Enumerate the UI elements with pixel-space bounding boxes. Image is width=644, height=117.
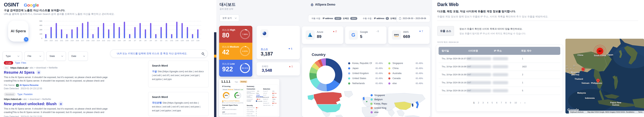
terms-link[interactable]: Terms [638, 111, 642, 113]
ip-scoring-title: IP Scoring [222, 85, 230, 87]
page-button-10[interactable]: 10 [514, 101, 517, 104]
domain-delta: 1 [289, 65, 293, 68]
page-nav-button[interactable]: › [520, 101, 521, 104]
screenshot-stage: OSINT Google 구글 검색엔진에 노출된 자산 리스트를 보여줍니다.… [0, 0, 644, 117]
page-button-9[interactable]: 9 [510, 101, 511, 104]
chart-bar [182, 23, 183, 38]
panel-divider [214, 32, 216, 117]
brand-header: AISpera Demo [310, 3, 335, 6]
triangle-down-icon [288, 48, 290, 49]
page-nav-button[interactable]: » [524, 101, 526, 104]
date-range-picker[interactable]: 2023-08-30 ~ 2023-09-06 [396, 15, 430, 22]
host-link[interactable]: 호스트 [261, 47, 268, 51]
darkweb-panel: Dark Web 다크웹, 해킹 포럼, 악성 사이트에 유출된 계정 정보를 … [432, 0, 644, 117]
chevron-down-icon [83, 55, 85, 57]
table-row[interactable]: Thu, 18 Apr 2024 09:16:39 GMT 2 [438, 71, 560, 79]
country-count-item: 6 Singapore [368, 94, 387, 97]
filter-dropdown-type[interactable]: Type [2, 51, 22, 61]
legend-item: Australia65.49% [388, 72, 423, 75]
table-row[interactable]: Thu, 18 Apr 2024 09:16:37 GMT 1 [438, 55, 560, 63]
x-tick-label: 2/5 [144, 40, 146, 42]
table-row[interactable]: Thu, 18 Apr 2024 09:16:14 GMT 5 [438, 87, 560, 95]
copy-icon[interactable]: ▤ [58, 101, 63, 106]
filter-dropdown-date[interactable]: Date [68, 51, 88, 61]
result-title-link[interactable]: Resume AI Spera▤ [4, 70, 41, 75]
x-tick-label: 2/1 [166, 40, 168, 42]
legend-item: Japan65.49% [348, 67, 383, 70]
blurred-site-name [467, 89, 491, 92]
aws-icon: aws [394, 33, 399, 37]
x-tick-label: 2/8 [129, 40, 131, 42]
keyboard-shortcuts-link[interactable]: Keyboard shortcuts [570, 111, 584, 113]
pencil-icon[interactable]: ✎ [24, 37, 28, 42]
x-tick-label: 2/15 [92, 40, 94, 42]
cloud-card-azure: Azure 892 [302, 27, 343, 44]
chart-bar [171, 34, 172, 38]
cloud-card-google: G Google 5- 0 [345, 27, 386, 44]
google-logo: Google [24, 3, 39, 8]
x-tick-label: 1/30 [176, 40, 178, 42]
leak-source-button[interactable]: 유출 소스 [437, 26, 454, 36]
x-tick-label: 2/19 [70, 40, 74, 42]
connection-title: Connection [247, 88, 255, 90]
country-count-item: 6 else [368, 111, 387, 114]
summary-row: Special Issue0 [263, 104, 280, 106]
page-button-7[interactable]: 7 [501, 101, 502, 104]
result-badges: ●Live Type: Files [4, 61, 26, 65]
table-header: 탐지일 [442, 49, 449, 53]
status-badge: Resolved [4, 93, 16, 96]
darkweb-title: Dark Web [437, 2, 458, 7]
map-label: Malaysia [577, 92, 586, 94]
aispera-logo-icon [310, 3, 314, 6]
map-label: Thailand [574, 78, 583, 80]
cluster-marker[interactable]: 267 [596, 48, 603, 54]
result-type-label: Type: Files [15, 62, 26, 64]
blurred-site-name [467, 57, 491, 60]
page-button-3[interactable]: 3 [482, 101, 484, 104]
chart-bar [134, 27, 136, 38]
page-button-1[interactable]: 1 [473, 101, 474, 104]
result-breadcrumb[interactable]: https://abcd.ab > abc > download > filef… [4, 98, 51, 101]
chart-bar [45, 34, 46, 38]
udp-label: UDP [222, 111, 225, 113]
result-title-link[interactable]: New product unlocked: Blush▤ [4, 101, 63, 106]
page-button-5[interactable]: 5 [492, 101, 493, 104]
osint-title: OSINT [4, 2, 19, 8]
chevron-down-icon [61, 55, 63, 57]
page-button-8[interactable]: 8 [505, 101, 506, 104]
asset-search-input[interactable]: ULR 또는 키워드를 입력해 전체 리스트 중 특정 자산 검색하세요. [110, 49, 208, 58]
google-logo-letter: l [35, 3, 36, 8]
copy-icon[interactable]: ▤ [36, 70, 41, 75]
blurred-ip [493, 73, 508, 76]
table-row[interactable]: Thu, 18 Apr 2024 09:16:16 GMT 1 [438, 79, 560, 87]
host-card: 호스트 3,187 5 [256, 26, 300, 59]
filter-dropdown-state[interactable]: State [46, 51, 66, 61]
chart-bar [187, 27, 188, 38]
google-logo-letter: g [32, 3, 35, 8]
result-breadcrumb[interactable]: xlsx https://abcd.ab > abc > download > … [4, 66, 58, 69]
x-tick-label: 2/12 [107, 40, 110, 42]
map-label: Indonesia [585, 97, 595, 99]
divider [437, 21, 638, 21]
search-placeholder: ULR 또는 키워드를 입력해 전체 리스트 중 특정 자산 검색하세요. [117, 52, 202, 55]
page-button-2[interactable]: 2 [478, 101, 479, 104]
x-tick-label: 1/28 [186, 40, 189, 42]
x-tick-label: 1/27 [191, 40, 194, 42]
table-row[interactable]: Thu, 18 Apr 2024 09:16:08 GMT 1622 [438, 63, 560, 71]
map-data-credit: Map data ©2024 Google, INEGI Imagery ©20… [588, 111, 634, 113]
map-label: pal [566, 65, 568, 67]
y-tick-label: 100 [40, 33, 42, 35]
ip-scoring-box: IP Scoring Inbound: Moderate Outbound: L… [221, 84, 244, 102]
page-button-6[interactable]: 6 [496, 101, 497, 104]
view-all-dropdown[interactable]: 모두 보기 [220, 15, 239, 22]
page-button-4[interactable]: 4 [487, 101, 488, 104]
blurred-ip [493, 81, 508, 84]
chart-bar [192, 34, 193, 38]
panel-divider-notch [214, 55, 216, 58]
search-icon[interactable] [202, 53, 204, 55]
dashboard-panel: 대시보드 공격 표면 요약 AISpera Demo 모두 보기 자동 수집 :… [216, 0, 432, 117]
map-label: N. [574, 68, 575, 70]
google-map[interactable]: 267 ChinaSouth KoreaJapanMyanmar(Burma)T… [566, 39, 644, 113]
ip-report-card: 1.1.1.1 Tags: Hosting IP Scoring Inbound… [219, 79, 280, 117]
filter-dropdown-file[interactable]: File [24, 51, 44, 61]
